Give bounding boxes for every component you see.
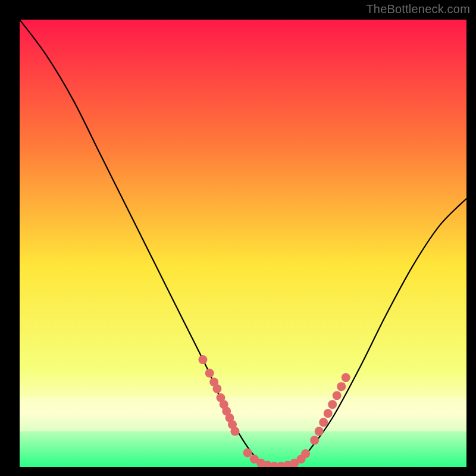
sample-dot: [337, 382, 346, 391]
sample-dot: [315, 427, 324, 436]
sample-dot: [243, 448, 252, 457]
sample-dot: [230, 427, 239, 436]
sample-dot: [198, 355, 207, 364]
pale-band: [20, 397, 466, 431]
sample-dot: [324, 409, 333, 418]
sample-dot: [205, 369, 214, 378]
sample-dot: [310, 436, 319, 444]
outer-frame: TheBottleneck.com: [0, 0, 476, 476]
plot-area: [20, 20, 466, 467]
sample-dot: [301, 449, 310, 458]
sample-dot: [212, 384, 221, 393]
watermark-text: TheBottleneck.com: [366, 2, 470, 16]
sample-dot: [333, 391, 342, 400]
sample-dot: [342, 373, 350, 382]
sample-dot: [319, 418, 328, 427]
bottleneck-chart: [20, 20, 466, 467]
sample-dot: [328, 400, 337, 409]
